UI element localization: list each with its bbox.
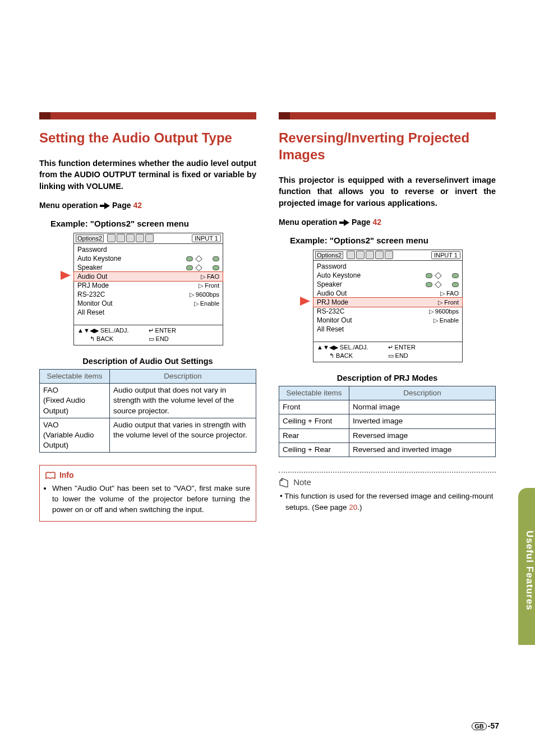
osd-row-label: All Reset — [317, 325, 344, 334]
osd-row-value — [185, 254, 219, 263]
table-cell-item: FAO (Fixed Audio Output) — [40, 384, 110, 418]
svg-rect-0 — [100, 205, 104, 207]
table-header: Selectable items — [40, 369, 110, 383]
columns: Setting the Audio Output Type This funct… — [39, 112, 496, 522]
settings-table: Selectable itemsDescriptionFAO (Fixed Au… — [39, 369, 256, 453]
osd-row-value — [425, 280, 459, 289]
left-column: Setting the Audio Output Type This funct… — [39, 112, 256, 522]
osd-row: Speaker — [77, 263, 219, 272]
arrow-right-icon — [100, 202, 110, 209]
osd-row: Speaker — [317, 280, 459, 289]
example-label: Example: "Options2" screen menu — [50, 219, 256, 228]
osd-row-label: Password — [317, 262, 347, 271]
table-cell-desc: Audio output that does not vary in stren… — [110, 384, 256, 418]
table-cell-item: Ceiling + Rear — [279, 442, 349, 457]
osd-footer-sel: ▲▼◀▶ SEL./ADJ. — [77, 327, 149, 334]
osd-header: Options2 INPUT 1 — [74, 233, 223, 244]
section-bar — [39, 112, 256, 119]
osd-header: Options2 INPUT 1 — [313, 250, 462, 261]
table-cell-desc: Reversed image — [349, 428, 496, 442]
note-text-pre: • This function is used for the reversed… — [280, 492, 493, 511]
table-row: Ceiling + FrontInverted image — [279, 414, 496, 428]
osd-row-label: Auto Keystone — [317, 271, 361, 280]
table-caption: Description of PRJ Modes — [279, 374, 496, 382]
table-row: Ceiling + RearReversed and inverted imag… — [279, 442, 496, 457]
page: Setting the Audio Output Type This funct… — [0, 0, 535, 756]
note-separator — [279, 472, 496, 473]
table-row: FrontNormal image — [279, 400, 496, 414]
book-icon — [45, 472, 56, 480]
page-number: GB-57 — [472, 721, 499, 730]
svg-marker-3 — [344, 219, 349, 226]
osd-footer-enter: ↵ ENTER — [388, 344, 459, 351]
osd-row-label: Auto Keystone — [77, 254, 121, 263]
table-caption: Description of Audio Out Settings — [39, 357, 256, 366]
example-label: Example: "Options2" screen menu — [290, 236, 496, 245]
osd-row-label: PRJ Mode — [77, 281, 109, 290]
svg-marker-1 — [104, 202, 110, 209]
osd-body: PasswordAuto Keystone Speaker Audio Out▷… — [74, 244, 223, 325]
osd-row-value: ▷ FAO — [201, 272, 219, 281]
osd-row-label: Speaker — [317, 280, 342, 289]
osd-footer: ▲▼◀▶ SEL./ADJ. ↵ ENTER ↰ BACK ▭ END — [313, 342, 462, 362]
osd-body: PasswordAuto Keystone Speaker Audio Out▷… — [313, 261, 462, 342]
osd-row: PRJ Mode▷ Front — [77, 281, 219, 290]
osd-row-label: Monitor Out — [77, 299, 113, 308]
osd-row-label: PRJ Mode — [317, 298, 348, 307]
osd-footer-back: ↰ BACK — [317, 352, 388, 359]
osd-row: RS-232C▷ 9600bps — [317, 307, 459, 316]
intro-text: This projector is equipped with a revers… — [279, 174, 496, 209]
table-cell-desc: Normal image — [349, 400, 496, 414]
osd-row: Auto Keystone — [77, 254, 219, 263]
highlight-pointer-icon — [300, 297, 310, 306]
table-row: VAO (Variable Audio Output)Audio output … — [40, 418, 256, 453]
osd-row-label: RS-232C — [317, 307, 344, 316]
osd-row-label: Password — [77, 245, 107, 254]
osd-row-value: ▷ FAO — [440, 289, 459, 298]
osd-row: Audio Out▷ FAO — [74, 272, 223, 281]
info-title: Info — [45, 470, 250, 481]
table-cell-desc: Reversed and inverted image — [349, 442, 496, 457]
note-icon — [279, 477, 290, 487]
osd-footer-sel: ▲▼◀▶ SEL./ADJ. — [317, 344, 388, 351]
osd-footer-enter: ↵ ENTER — [149, 327, 220, 334]
osd-row-label: RS-232C — [77, 290, 105, 299]
side-tab: Useful Features — [518, 488, 535, 645]
menu-op-page-label: Page — [352, 218, 370, 227]
info-text: When "Audio Out" has been set to "VAO", … — [52, 483, 250, 515]
table-cell-item: Front — [279, 400, 349, 414]
osd-screenshot: Options2 INPUT 1 PasswordAuto Keystone S… — [73, 233, 223, 345]
note-title-text: Note — [293, 477, 311, 487]
osd-row-label: Audio Out — [77, 272, 107, 281]
osd-row: RS-232C▷ 9600bps — [77, 290, 219, 299]
menu-op-page-label: Page — [112, 201, 131, 210]
note-title: Note — [279, 477, 496, 487]
osd-row: PRJ Mode▷ Front — [313, 298, 462, 307]
osd-row: Monitor Out▷ Enable — [317, 316, 459, 325]
osd-row-value: ▷ Front — [199, 281, 219, 290]
page-ref-link[interactable]: 20 — [349, 503, 357, 511]
table-cell-item: Ceiling + Front — [279, 414, 349, 428]
osd-input-badge: INPUT 1 — [192, 234, 221, 242]
page-ref-link[interactable]: 42 — [372, 218, 381, 227]
note-text-post: .) — [357, 503, 362, 511]
osd-row: All Reset — [77, 308, 219, 317]
table-row: FAO (Fixed Audio Output)Audio output tha… — [40, 384, 256, 418]
osd-tab: Options2 — [315, 251, 343, 259]
osd-row-value — [185, 263, 219, 272]
menu-op-label: Menu operation — [39, 201, 98, 210]
osd-row-label: All Reset — [77, 308, 104, 317]
osd-icon-row — [345, 251, 429, 259]
table-header: Description — [349, 386, 496, 400]
osd-row-value: ▷ Enable — [194, 299, 219, 308]
page-ref-link[interactable]: 42 — [133, 201, 142, 210]
osd-row-value: ▷ 9600bps — [429, 307, 459, 316]
highlight-pointer-icon — [61, 271, 71, 280]
osd-input-badge: INPUT 1 — [431, 251, 460, 259]
osd-screenshot: Options2 INPUT 1 PasswordAuto Keystone S… — [313, 250, 463, 362]
settings-table: Selectable itemsDescriptionFrontNormal i… — [279, 386, 496, 457]
osd-row-label: Speaker — [77, 263, 103, 272]
section-title: Setting the Audio Output Type — [39, 130, 256, 146]
osd-footer-end: ▭ END — [388, 352, 459, 359]
page-number-prefix: GB — [472, 722, 487, 730]
